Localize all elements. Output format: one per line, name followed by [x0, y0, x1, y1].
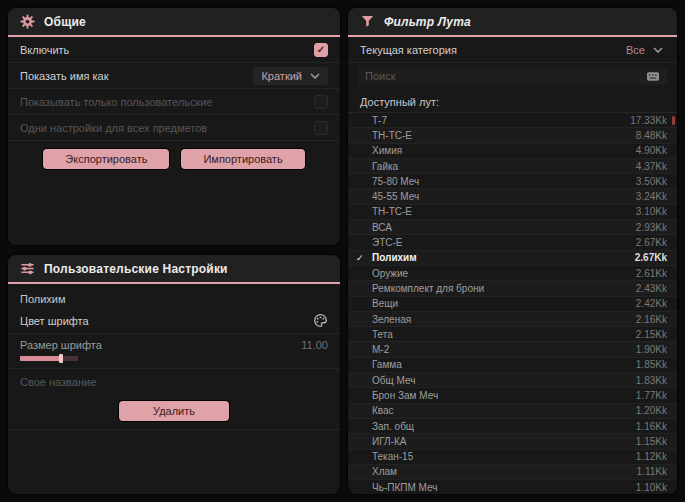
- loot-count: 4.90Kk: [636, 145, 667, 156]
- loot-count: 3.50Kk: [636, 176, 667, 187]
- left-column: Общие Включить ✓ Показать имя как Кратки…: [8, 8, 340, 494]
- available-loot-label: Доступный лут:: [348, 90, 677, 112]
- loot-name: Гамма: [372, 359, 636, 370]
- custom-settings-panel: Пользовательские Настройки Полихим Цвет …: [8, 255, 340, 494]
- list-item[interactable]: М-21.90Kk: [348, 342, 677, 357]
- loot-name: Т-7: [372, 115, 630, 126]
- loot-count: 1.90Kk: [636, 344, 667, 355]
- custom-settings-header: Пользовательские Настройки: [8, 255, 340, 284]
- list-item[interactable]: ВСА2.93Kk: [348, 220, 677, 235]
- loot-name: Общ Меч: [372, 375, 636, 386]
- general-panel-spacer: [8, 178, 340, 245]
- font-size-slider[interactable]: [20, 356, 78, 361]
- loot-name: 45-55 Меч: [372, 191, 636, 202]
- loot-count: 1.11Kk: [637, 466, 667, 477]
- check-icon: ✓: [356, 253, 372, 263]
- list-item[interactable]: Тета2.15Kk: [348, 327, 677, 342]
- loot-count: 2.61Kk: [636, 268, 667, 279]
- sliders-icon: [20, 261, 35, 276]
- import-button[interactable]: Импортировать: [181, 149, 304, 169]
- loot-count: 1.83Kk: [636, 375, 667, 386]
- list-item[interactable]: Вещи2.42Kk: [348, 297, 677, 312]
- same-settings-checkbox: [314, 121, 328, 135]
- loot-count: 3.24Kk: [636, 191, 667, 202]
- list-item[interactable]: Оружие2.61Kk: [348, 266, 677, 281]
- general-panel-header: Общие: [8, 8, 340, 37]
- list-item[interactable]: Брон Зам Меч1.77Kk: [348, 388, 677, 403]
- loot-name: Чь-ПКПМ Меч: [372, 482, 636, 493]
- delete-row: Удалить: [8, 395, 340, 430]
- delete-button[interactable]: Удалить: [119, 401, 229, 421]
- custom-settings-title: Пользовательские Настройки: [44, 262, 228, 276]
- general-panel: Общие Включить ✓ Показать имя как Кратки…: [8, 8, 340, 245]
- list-item[interactable]: Гайка4.37Kk: [348, 159, 677, 174]
- list-item[interactable]: Хлам1.11Kk: [348, 465, 677, 480]
- palette-icon[interactable]: [313, 313, 328, 328]
- funnel-icon: [360, 14, 375, 29]
- list-item[interactable]: Т-717.33Kk: [348, 113, 677, 128]
- list-item[interactable]: Текан-151.12Kk: [348, 450, 677, 465]
- loot-name: Зеленая: [372, 314, 636, 325]
- list-item[interactable]: Ремкомплект для брони2.43Kk: [348, 281, 677, 296]
- slider-handle[interactable]: [59, 354, 63, 363]
- list-item[interactable]: 45-55 Меч3.24Kk: [348, 189, 677, 204]
- selected-item-label: Полихим: [8, 284, 340, 308]
- loot-name: 75-80 Меч: [372, 176, 636, 187]
- loot-name: ТН-ТС-Е: [372, 206, 636, 217]
- list-item[interactable]: Химия4.90Kk: [348, 144, 677, 159]
- list-item[interactable]: Зеленая2.16Kk: [348, 312, 677, 327]
- loot-count: 4.37Kk: [636, 161, 667, 172]
- scrollbar-thumb[interactable]: [672, 116, 675, 125]
- category-dropdown[interactable]: Все: [624, 41, 665, 59]
- font-size-value: 11.00: [301, 339, 328, 351]
- loot-count: 2.16Kk: [636, 314, 667, 325]
- loot-name: Тета: [372, 329, 636, 340]
- keyboard-icon[interactable]: [646, 70, 660, 82]
- same-settings-row: Одни настройки для всех предметов: [8, 115, 340, 141]
- list-item[interactable]: ИГЛ-КА1.15Kk: [348, 434, 677, 449]
- loot-name: Квас: [372, 405, 636, 416]
- font-color-label: Цвет шрифта: [20, 315, 89, 327]
- loot-filter-panel: Фильтр Лута Текущая категория Все: [348, 8, 677, 494]
- loot-count: 8.48Kk: [636, 130, 667, 141]
- gear-icon: [20, 14, 35, 29]
- list-item[interactable]: Чь-ПКПМ Меч1.10Kk: [348, 480, 677, 494]
- list-item[interactable]: Квас1.20Kk: [348, 404, 677, 419]
- loot-name: Брон Зам Меч: [372, 390, 636, 401]
- loot-count: 1.77Kk: [636, 390, 667, 401]
- name-mode-row: Показать имя как Краткий: [8, 63, 340, 89]
- list-item[interactable]: Зап. общ1.16Kk: [348, 419, 677, 434]
- loot-name: ВСА: [372, 222, 636, 233]
- loot-name: ИГЛ-КА: [372, 436, 636, 447]
- enable-row: Включить ✓: [8, 37, 340, 63]
- slider-fill: [20, 356, 62, 361]
- list-item[interactable]: Гамма1.85Kk: [348, 358, 677, 373]
- name-mode-value: Краткий: [261, 70, 302, 82]
- export-button[interactable]: Экспортировать: [43, 149, 169, 169]
- loot-count: 2.93Kk: [636, 222, 667, 233]
- enable-checkbox[interactable]: ✓: [314, 43, 328, 57]
- loot-count: 1.10Kk: [636, 482, 667, 493]
- search-input[interactable]: [365, 70, 638, 82]
- custom-panel-spacer: [8, 430, 340, 494]
- name-mode-dropdown[interactable]: Краткий: [253, 67, 328, 85]
- list-item[interactable]: ТН-ТС-Е3.10Kk: [348, 205, 677, 220]
- name-mode-label: Показать имя как: [20, 70, 109, 82]
- list-item[interactable]: ЭТС-Е2.67Kk: [348, 235, 677, 250]
- loot-filter-header: Фильтр Лута: [348, 8, 677, 37]
- list-item[interactable]: 75-80 Меч3.50Kk: [348, 174, 677, 189]
- same-settings-label: Одни настройки для всех предметов: [20, 122, 207, 134]
- font-size-row: Размер шрифта 11.00: [8, 334, 340, 369]
- loot-count: 2.67Kk: [636, 237, 667, 248]
- list-item[interactable]: Общ Меч1.83Kk: [348, 373, 677, 388]
- list-item[interactable]: ТН-ТС-Е8.48Kk: [348, 128, 677, 143]
- loot-count: 17.33Kk: [630, 115, 667, 126]
- loot-name: Текан-15: [372, 451, 636, 462]
- custom-name-input[interactable]: [20, 376, 328, 388]
- list-item[interactable]: ✓Полихим2.67Kk: [348, 251, 677, 266]
- chevron-down-icon: [310, 73, 320, 79]
- loot-count: 2.42Kk: [636, 298, 667, 309]
- loot-name: Ремкомплект для брони: [372, 283, 636, 294]
- only-custom-label: Показывать только пользовательские: [20, 96, 213, 108]
- right-column: Фильтр Лута Текущая категория Все: [348, 8, 677, 494]
